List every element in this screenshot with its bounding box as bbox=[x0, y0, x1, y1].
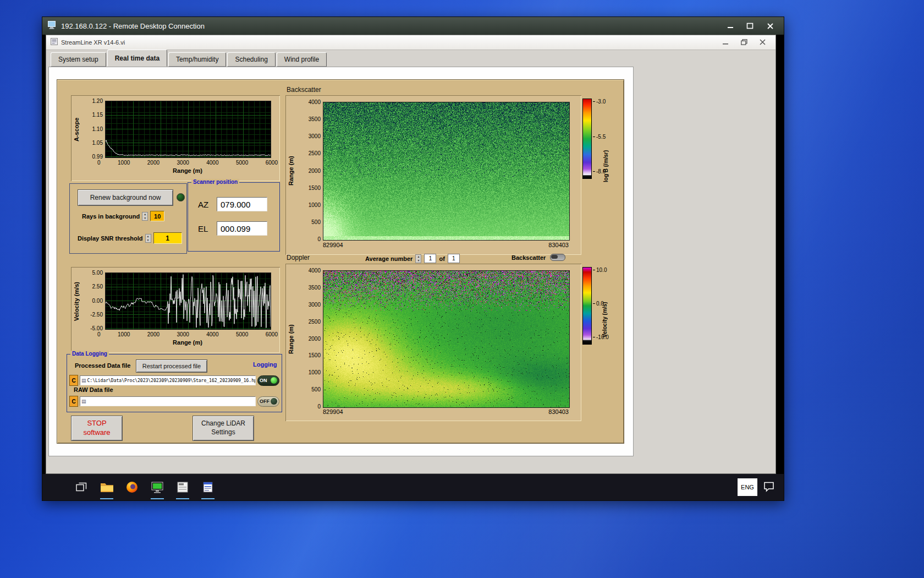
rays-label: Rays in background bbox=[82, 213, 140, 220]
tick-label: 2500 bbox=[309, 150, 321, 156]
ascope-xlabel: Range (m) bbox=[105, 167, 270, 174]
rays-value[interactable]: 10 bbox=[150, 211, 164, 221]
snr-value[interactable]: 1 bbox=[153, 232, 182, 244]
app-close-button[interactable] bbox=[760, 37, 766, 47]
velocity-ytick-labels: 5.002.500.00-2.50-5.00 bbox=[83, 270, 103, 331]
app-titlebar[interactable]: StreamLine XR v14-6.vi bbox=[46, 35, 776, 50]
backscatter-colorbar-gradient bbox=[582, 99, 592, 179]
remote-desktop: StreamLine XR v14-6.vi System setup Real… bbox=[42, 35, 784, 500]
tick-label: 2000 bbox=[147, 160, 160, 166]
el-value[interactable]: 000.099 bbox=[217, 221, 267, 236]
app-restore-button[interactable] bbox=[741, 37, 747, 47]
stop-label-line2: software bbox=[83, 428, 110, 438]
raw-logging-toggle[interactable]: OFF bbox=[257, 396, 279, 407]
processed-path-field[interactable]: ▤ C:\Lidar\Data\Proc\2023\202309\2023090… bbox=[80, 375, 256, 385]
streamline-window: StreamLine XR v14-6.vi System setup Real… bbox=[46, 35, 776, 474]
document-app-icon[interactable] bbox=[195, 474, 221, 500]
tick-label: 2000 bbox=[147, 331, 160, 337]
elevation-row: EL 000.099 bbox=[198, 221, 267, 236]
tick-label: 1000 bbox=[118, 160, 130, 166]
snr-threshold-row: Display SNR threshold ▲▼ 1 bbox=[78, 232, 182, 244]
rdp-titlebar[interactable]: 192.168.0.122 - Remote Desktop Connectio… bbox=[42, 17, 784, 35]
doppler-title: Doppler bbox=[287, 254, 310, 261]
scanner-position-title: Scanner position bbox=[191, 179, 239, 185]
tab-real-time-data[interactable]: Real time data bbox=[107, 50, 167, 67]
backscatter-colorbar: -3.0-5.5-8.0 bbox=[582, 99, 606, 179]
app-title: StreamLine XR v14-6.vi bbox=[61, 39, 125, 46]
az-value[interactable]: 079.000 bbox=[217, 197, 267, 211]
tick-label: 500 bbox=[311, 386, 321, 392]
rdp-minimize-button[interactable] bbox=[722, 20, 739, 31]
tick-label: 2000 bbox=[309, 168, 321, 174]
taskbar-tray: ENG bbox=[738, 478, 784, 496]
backscatter-xtick-labels: 829904 830403 bbox=[323, 242, 569, 248]
raw-path-field[interactable]: ▤ bbox=[80, 396, 256, 406]
tick-label: 2000 bbox=[309, 336, 321, 342]
az-label: AZ bbox=[198, 200, 212, 209]
tick-label: 3000 bbox=[177, 331, 189, 337]
renew-background-label: Renew background now bbox=[90, 194, 161, 201]
stop-software-button[interactable]: STOP software bbox=[71, 416, 123, 441]
processed-toggle-state: ON bbox=[260, 378, 267, 383]
tick-label: 3000 bbox=[309, 302, 321, 308]
tab-page-real-time-data: A-scope 1.201.151.101.050.99 01000200030… bbox=[48, 67, 634, 456]
tab-scheduling[interactable]: Scheduling bbox=[227, 52, 275, 67]
tick-label: -3.0 bbox=[593, 99, 606, 105]
rays-spinner[interactable]: ▲▼ bbox=[142, 212, 148, 221]
tick-label: 1000 bbox=[309, 369, 321, 375]
data-logging-title: Data Logging bbox=[70, 351, 109, 357]
tick-label: 0.99 bbox=[92, 154, 103, 160]
tick-label: 1.20 bbox=[92, 98, 103, 104]
rdp-maximize-button[interactable] bbox=[741, 20, 758, 31]
change-lidar-settings-button[interactable]: Change LiDAR Settings bbox=[193, 416, 254, 441]
tick-label: 3000 bbox=[177, 160, 189, 166]
processed-drive-button[interactable]: C bbox=[69, 375, 78, 386]
tick-label: 2.50 bbox=[92, 283, 103, 290]
data-logging-group: Data Logging Processed Data file Restart… bbox=[67, 354, 282, 412]
action-center-icon[interactable] bbox=[763, 480, 775, 494]
app-icon bbox=[51, 37, 58, 47]
processed-path-text: C:\Lidar\Data\Proc\2023\202309\20230909\… bbox=[87, 378, 256, 383]
restart-processed-file-button[interactable]: Restart processed file bbox=[136, 359, 207, 373]
tick-label: 5.00 bbox=[92, 270, 103, 276]
processed-logging-toggle[interactable]: ON bbox=[257, 375, 279, 386]
main-panel: A-scope 1.201.151.101.050.99 01000200030… bbox=[57, 79, 624, 444]
tick-label: 3500 bbox=[309, 116, 321, 122]
average-controls: Average number ▲▼ 1 of 1 bbox=[365, 254, 460, 263]
tab-temp-humidity[interactable]: Temp/humidity bbox=[168, 52, 226, 67]
average-number-value[interactable]: 1 bbox=[424, 254, 436, 263]
tab-wind-profile[interactable]: Wind profile bbox=[277, 52, 327, 67]
snr-spinner[interactable]: ▲▼ bbox=[145, 234, 151, 243]
doppler-ylabel: Range (m) bbox=[288, 270, 294, 408]
tab-system-setup[interactable]: System setup bbox=[51, 52, 106, 67]
toggle-knob bbox=[551, 255, 558, 259]
raw-drive-button[interactable]: C bbox=[69, 396, 78, 407]
velocity-xlabel: Range (m) bbox=[105, 339, 270, 346]
backscatter-graph: Range (m) 400035003000250020001500100050… bbox=[285, 95, 581, 255]
rdp-window: 192.168.0.122 - Remote Desktop Connectio… bbox=[42, 17, 784, 501]
remote-viewer-icon[interactable] bbox=[145, 474, 170, 500]
ascope-graph: A-scope 1.201.151.101.050.99 01000200030… bbox=[71, 95, 280, 181]
tick-label: 2500 bbox=[309, 319, 321, 325]
el-label: EL bbox=[198, 224, 212, 233]
file-explorer-icon[interactable] bbox=[94, 474, 119, 500]
doppler-colorbar-label: Velocity (m/s) bbox=[602, 282, 608, 337]
tick-label: 1500 bbox=[309, 185, 321, 191]
raw-toggle-state: OFF bbox=[260, 399, 270, 404]
rdp-close-button[interactable] bbox=[761, 20, 779, 31]
rays-in-background-row: Rays in background ▲▼ 10 bbox=[82, 211, 164, 221]
average-spinner[interactable]: ▲▼ bbox=[415, 254, 421, 263]
tick-label: 1000 bbox=[118, 331, 130, 337]
backscatter-toggle-label: Backscatter bbox=[512, 254, 546, 261]
doppler-ytick-labels: 40003500300025002000150010005000 bbox=[300, 268, 321, 410]
task-view-icon[interactable] bbox=[69, 474, 94, 500]
tick-label: 4000 bbox=[206, 331, 218, 337]
firefox-icon[interactable] bbox=[119, 474, 145, 500]
app-minimize-button[interactable] bbox=[723, 37, 729, 47]
renew-background-button[interactable]: Renew background now bbox=[78, 189, 173, 206]
logging-label: Logging bbox=[253, 361, 277, 368]
language-indicator[interactable]: ENG bbox=[738, 478, 757, 496]
tick-label: 1000 bbox=[309, 202, 321, 208]
scan-schedule-icon[interactable] bbox=[170, 474, 195, 500]
backscatter-display-toggle[interactable] bbox=[550, 254, 565, 261]
